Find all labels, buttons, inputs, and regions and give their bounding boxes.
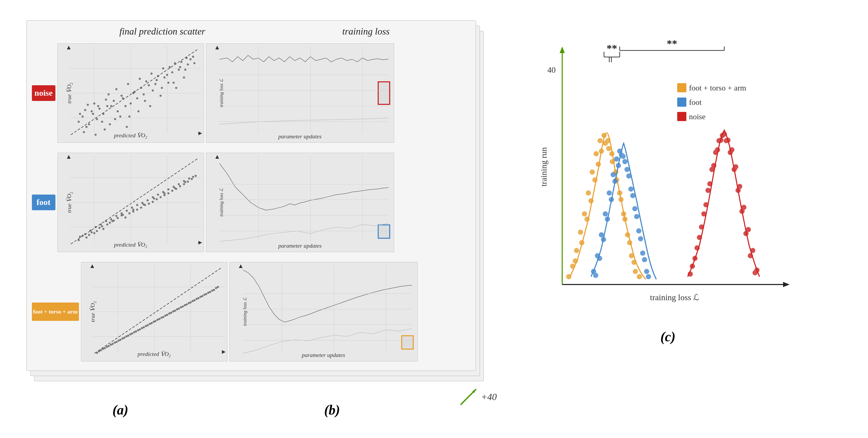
svg-point-7 [98,108,100,110]
svg-point-213 [203,294,206,296]
svg-point-258 [629,253,634,258]
svg-point-283 [614,156,619,162]
svg-point-166 [143,326,145,328]
svg-point-82 [81,235,83,237]
svg-point-43 [119,115,121,117]
svg-point-26 [167,82,169,84]
svg-point-85 [96,230,98,232]
svg-point-39 [184,68,186,70]
svg-point-121 [115,215,117,217]
svg-point-97 [132,210,134,212]
svg-point-72 [107,93,110,95]
svg-point-160 [119,339,121,341]
svg-point-281 [607,191,612,196]
svg-point-324 [690,264,695,269]
svg-point-103 [156,198,158,200]
svg-point-162 [127,334,129,337]
svg-point-140 [143,203,145,205]
svg-point-45 [143,93,145,95]
svg-point-28 [175,87,177,89]
svg-point-302 [630,193,636,198]
loss-header: training loss [261,26,470,37]
svg-point-195 [133,331,135,333]
svg-point-193 [125,335,127,337]
data-rows: noise true V̇O2 predicted V̇O2 [32,39,470,365]
svg-point-145 [192,176,194,178]
svg-point-159 [115,341,117,343]
svg-point-91 [109,222,111,224]
svg-point-109 [179,185,181,187]
svg-point-216 [215,287,217,289]
svg-point-194 [129,333,131,335]
svg-point-119 [105,220,107,222]
svg-point-161 [123,337,125,339]
svg-point-2 [81,115,83,117]
svg-point-264 [588,198,594,203]
svg-point-21 [148,84,150,86]
svg-point-267 [599,148,604,154]
svg-point-300 [622,159,627,164]
svg-point-261 [572,258,578,264]
svg-point-179 [193,299,195,301]
svg-point-268 [603,141,608,146]
svg-point-180 [197,297,199,299]
svg-point-308 [692,256,698,261]
svg-point-113 [194,175,196,177]
svg-point-86 [88,234,90,236]
svg-point-9 [93,102,95,104]
svg-point-181 [201,295,203,297]
svg-point-61 [92,113,94,115]
svg-point-205 [172,311,174,313]
svg-point-173 [170,312,172,314]
svg-point-155 [100,349,102,351]
svg-point-125 [136,204,138,206]
svg-point-257 [625,232,630,237]
svg-point-185 [217,286,219,288]
svg-point-178 [189,301,192,303]
svg-point-115 [84,233,86,235]
svg-text:40: 40 [547,65,556,75]
svg-rect-341 [677,83,686,92]
loss-foot-svg [206,153,394,252]
svg-point-182 [205,293,207,295]
svg-point-112 [190,178,193,180]
panel-a-label: (a) [26,402,215,418]
svg-point-63 [105,98,107,100]
svg-point-144 [184,181,186,183]
svg-point-332 [722,132,727,137]
loss-foot: training loss ℒ parameter updates [206,153,394,252]
svg-point-165 [139,328,141,330]
svg-point-16 [128,115,130,117]
svg-point-290 [640,251,645,256]
column-headers: final prediction scatter training loss [84,26,470,37]
svg-point-326 [699,224,704,230]
svg-point-163 [131,332,133,334]
svg-point-171 [162,316,164,318]
svg-point-135 [188,177,190,179]
svg-point-249 [594,151,599,156]
svg-point-44 [130,102,132,104]
svg-point-274 [627,240,632,245]
svg-point-68 [162,67,164,69]
svg-point-14 [121,94,123,96]
svg-point-20 [144,99,146,102]
svg-point-118 [100,223,102,226]
svg-point-6 [88,123,90,125]
svg-point-84 [90,231,93,233]
loss-noise-svg [206,44,394,143]
svg-point-142 [163,192,165,194]
svg-text:training loss ℒ: training loss ℒ [650,293,699,302]
svg-point-167 [147,324,149,326]
svg-point-22 [152,89,154,91]
svg-point-183 [209,291,211,293]
svg-point-10 [106,105,108,107]
svg-text:**: ** [667,38,677,50]
svg-point-248 [590,170,595,175]
svg-point-172 [166,314,168,316]
svg-point-138 [122,214,124,216]
svg-point-244 [574,248,579,253]
svg-point-67 [150,72,152,75]
svg-point-288 [632,206,638,211]
plus40-label: +40 [481,391,497,403]
svg-point-206 [176,308,178,311]
